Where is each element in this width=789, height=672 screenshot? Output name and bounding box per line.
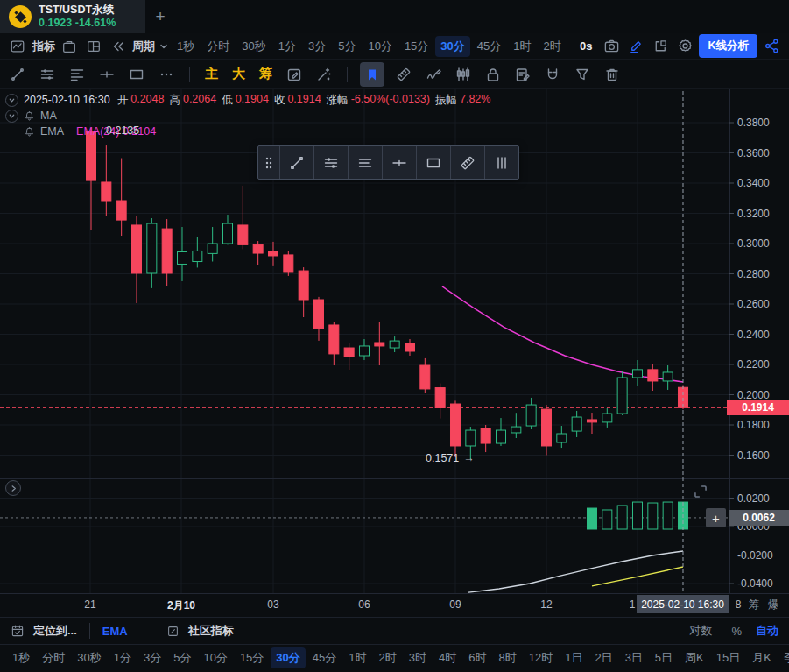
trend-line-tool[interactable] xyxy=(279,146,313,179)
popout-button[interactable] xyxy=(650,36,671,57)
interval-button-30分[interactable]: 30分 xyxy=(435,36,469,57)
layout-button[interactable] xyxy=(83,36,104,57)
candle-body xyxy=(496,430,505,443)
interval-button-10分[interactable]: 10分 xyxy=(363,36,397,57)
magnet-button[interactable] xyxy=(542,64,563,85)
rectangle-tool[interactable] xyxy=(126,64,147,85)
liquidation-axis-button[interactable]: 爆 xyxy=(768,598,779,612)
magic-wand-button[interactable] xyxy=(313,64,335,85)
interval-button-1日[interactable]: 1日 xyxy=(560,647,588,668)
pane-maximize-icon[interactable] xyxy=(691,482,710,501)
fib-retracement-tool[interactable] xyxy=(348,146,382,179)
interval-button-15日[interactable]: 15日 xyxy=(711,647,745,668)
interval-button-分时[interactable]: 分时 xyxy=(201,36,235,57)
interval-button-3分[interactable]: 3分 xyxy=(303,36,331,57)
candle-body xyxy=(632,370,642,378)
interval-button-2时[interactable]: 2时 xyxy=(374,647,402,668)
parallel-channel-tool[interactable] xyxy=(313,146,348,179)
screenshot-button[interactable] xyxy=(601,36,622,57)
main-chart-button[interactable]: 主 xyxy=(202,66,221,82)
horizontal-line-tool[interactable] xyxy=(96,64,117,85)
interval-button-30分[interactable]: 30分 xyxy=(271,647,305,668)
percent-scale-button[interactable]: % xyxy=(726,622,747,640)
interval-button-10分[interactable]: 10分 xyxy=(198,647,232,668)
share-button[interactable] xyxy=(761,36,782,57)
lock-button[interactable] xyxy=(483,64,504,85)
interval-button-5分[interactable]: 5分 xyxy=(333,36,361,57)
interval-button-3时[interactable]: 3时 xyxy=(404,647,432,668)
candle-pattern-button[interactable] xyxy=(453,64,474,85)
interval-button-6时[interactable]: 6时 xyxy=(463,647,491,668)
note-edit-button[interactable] xyxy=(512,64,533,85)
interval-button-1时[interactable]: 1时 xyxy=(508,36,536,57)
interval-button-1秒[interactable]: 1秒 xyxy=(172,36,200,57)
annotate-button[interactable] xyxy=(284,64,305,85)
ruler-button[interactable] xyxy=(393,64,414,85)
interval-button-8时[interactable]: 8时 xyxy=(493,647,521,668)
interval-button-4时[interactable]: 4时 xyxy=(433,647,461,668)
interval-button-3日[interactable]: 3日 xyxy=(620,647,648,668)
locate-date-button[interactable]: 定位到... xyxy=(33,623,77,639)
interval-button-1秒[interactable]: 1秒 xyxy=(7,647,35,668)
ema-tab[interactable]: EMA xyxy=(102,625,128,638)
collapse-ohlc-icon[interactable] xyxy=(5,94,18,107)
new-tab-button[interactable]: + xyxy=(145,0,175,33)
auto-scale-button[interactable]: 自动 xyxy=(756,623,778,639)
draw-mode-button[interactable] xyxy=(625,36,646,57)
interval-button-5日[interactable]: 5日 xyxy=(650,647,678,668)
symbol-tab[interactable]: TST/USDT永续 0.1923 -14.61% xyxy=(0,0,145,33)
signature-draw-button[interactable] xyxy=(423,64,444,85)
kline-analysis-button[interactable]: K线分析 xyxy=(699,34,757,58)
bookmark-button[interactable] xyxy=(360,62,384,87)
interval-button-季K[interactable]: 季K xyxy=(778,647,789,668)
ma-indicator-label[interactable]: MA xyxy=(40,110,57,122)
large-view-button[interactable]: 大 xyxy=(229,66,248,82)
filter-button[interactable] xyxy=(572,64,593,85)
chips-button[interactable]: 筹 xyxy=(257,66,275,82)
interval-button-30秒[interactable]: 30秒 xyxy=(72,647,106,668)
add-order-button[interactable]: + xyxy=(706,508,726,527)
rectangle-tool[interactable] xyxy=(416,146,450,179)
interval-button-5分[interactable]: 5分 xyxy=(168,647,196,668)
pane-collapse-button[interactable] xyxy=(5,480,21,496)
settings-gear-button[interactable] xyxy=(674,36,695,57)
interval-button-3分[interactable]: 3分 xyxy=(138,647,166,668)
candle-body xyxy=(313,300,323,329)
ema-indicator-label[interactable]: EMA xyxy=(40,125,64,138)
community-indicators-button[interactable]: 社区指标 xyxy=(188,623,234,639)
interval-button-周K[interactable]: 周K xyxy=(680,647,709,668)
interval-button-45分[interactable]: 45分 xyxy=(472,36,506,57)
interval-button-1分[interactable]: 1分 xyxy=(109,647,137,668)
alert-bell-icon[interactable] xyxy=(24,126,35,138)
interval-button-15分[interactable]: 15分 xyxy=(399,36,433,57)
template-button[interactable] xyxy=(59,36,80,57)
collapse-indicators-icon[interactable] xyxy=(5,110,18,123)
trend-line-tool[interactable] xyxy=(7,64,28,85)
fib-retracement-tool[interactable] xyxy=(67,64,88,85)
interval-button-1时[interactable]: 1时 xyxy=(343,647,371,668)
alert-bell-icon[interactable] xyxy=(24,110,35,122)
replay-back-button[interactable] xyxy=(108,36,129,57)
interval-button-分时[interactable]: 分时 xyxy=(37,647,70,668)
more-tools-button[interactable] xyxy=(156,64,177,85)
delete-button[interactable] xyxy=(602,64,623,85)
interval-button-2时[interactable]: 2时 xyxy=(539,36,567,57)
interval-button-45分[interactable]: 45分 xyxy=(307,647,342,668)
interval-button-1分[interactable]: 1分 xyxy=(273,36,301,57)
interval-button-月K[interactable]: 月K xyxy=(747,647,777,668)
interval-button-15分[interactable]: 15分 xyxy=(235,647,269,668)
interval-button-2日[interactable]: 2日 xyxy=(589,647,617,668)
time-axis-label: 03 xyxy=(267,598,278,611)
ruler-tool[interactable] xyxy=(450,146,484,179)
trading-app: TST/USDT永续 0.1923 -14.61% + 指标 周期 1秒分时30… xyxy=(0,0,789,672)
interval-button-30秒[interactable]: 30秒 xyxy=(236,36,271,57)
log-scale-button[interactable]: 对数 xyxy=(684,620,717,641)
chips-axis-button[interactable]: 筹 xyxy=(749,598,760,612)
vertical-lines-tool[interactable] xyxy=(484,146,518,179)
parallel-channel-tool[interactable] xyxy=(37,64,58,85)
drag-handle[interactable] xyxy=(258,146,279,179)
period-dropdown[interactable]: 周期 xyxy=(132,39,168,54)
interval-button-12时[interactable]: 12时 xyxy=(524,647,558,668)
indicators-button[interactable]: 指标 xyxy=(7,36,55,57)
horizontal-line-tool[interactable] xyxy=(382,146,416,179)
